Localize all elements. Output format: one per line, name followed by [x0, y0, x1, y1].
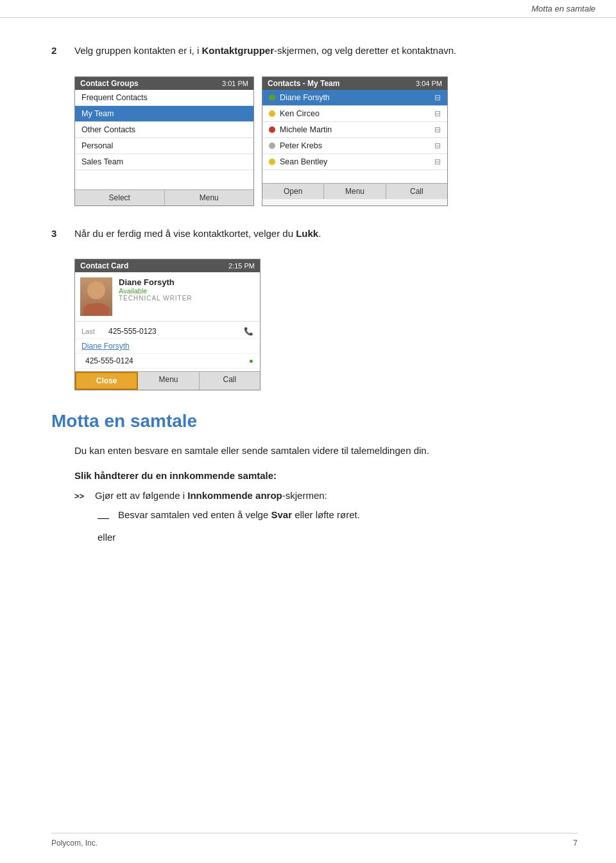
step-2-row: 2 Velg gruppen kontakten er i, i Kontakt… — [51, 44, 578, 58]
contact-icon-michele: ⊟ — [434, 125, 441, 134]
menu-button-right[interactable]: Menu — [324, 184, 386, 199]
sub-1-text: Besvar samtalen ved enten å velge Svar e… — [118, 508, 578, 523]
card-person-role: TECHNICAL WRITER — [119, 295, 193, 302]
dot-sean — [269, 159, 275, 165]
card-row-last: Last 425-555-0123 📞 — [75, 324, 260, 339]
card-screen-header: Contact Card 2:15 PM — [75, 259, 260, 272]
card-footer: Close Menu Call — [75, 371, 260, 390]
dash-1: — — [98, 508, 118, 527]
section-heading: Motta en samtale — [51, 411, 578, 432]
main-content: 2 Velg gruppen kontakten er i, i Kontakt… — [51, 18, 578, 550]
right-screen-header: Contacts - My Team 3:04 PM — [262, 77, 447, 90]
contact-icon-ken: ⊟ — [434, 109, 441, 118]
card-num-last: 425-555-0123 — [108, 327, 244, 336]
right-screen-title: Contacts - My Team — [268, 79, 339, 88]
sub-1-after: eller løfte røret. — [292, 509, 360, 520]
close-button[interactable]: Close — [75, 372, 138, 390]
avatar — [80, 277, 112, 316]
bullet-section: Slik håndterer du en innkommende samtale… — [74, 469, 578, 545]
step-3-number: 3 — [51, 227, 74, 239]
list-item-myteam[interactable]: My Team — [75, 106, 253, 122]
card-person-status: Available — [119, 287, 193, 295]
card-row-name: Diane Forsyth — [75, 339, 260, 354]
select-button[interactable]: Select — [75, 190, 165, 205]
footer-right: 7 — [573, 839, 578, 848]
bold-intro-row: Slik håndterer du en innkommende samtale… — [74, 469, 578, 484]
list-item-other: Other Contacts — [75, 122, 253, 138]
eller-text: eller — [98, 530, 116, 545]
contacts-myteam-screen: Contacts - My Team 3:04 PM Diane Forsyth… — [262, 76, 448, 206]
step-3-row: 3 Når du er ferdig med å vise kontaktkor… — [51, 227, 578, 241]
left-screen-header: Contact Groups 3:01 PM — [75, 77, 253, 90]
card-screen-title: Contact Card — [80, 261, 128, 270]
left-screen-title: Contact Groups — [80, 79, 139, 88]
dot-michele — [269, 126, 275, 133]
header-title: Motta en samtale — [531, 4, 595, 13]
step-3-text-after: . — [318, 228, 321, 239]
bullet-1-row: >> Gjør ett av følgende i Innkommende an… — [74, 489, 578, 503]
card-info: Diane Forsyth Available TECHNICAL WRITER — [119, 277, 193, 316]
contact-groups-list: Frequent Contacts My Team Other Contacts… — [75, 90, 253, 189]
card-row-num2: 425-555-0124 ● — [75, 354, 260, 369]
card-num-2: 425-555-0124 — [85, 356, 249, 365]
card-person-name: Diane Forsyth — [119, 277, 193, 287]
list-item-personal: Personal — [75, 138, 253, 154]
step-3-text: Når du er ferdig med å vise kontaktkorte… — [74, 227, 321, 241]
dot-diane — [269, 94, 275, 101]
step-2-number: 2 — [51, 44, 74, 56]
call-button-card[interactable]: Call — [200, 372, 260, 390]
step-2-text-mid: -skjermen, og velg deretter et kontaktna… — [274, 45, 456, 56]
sub-bullet-1: — Besvar samtalen ved enten å velge Svar… — [98, 508, 578, 527]
contact-peter[interactable]: Peter Krebs ⊟ — [262, 138, 447, 154]
menu-button-card[interactable]: Menu — [138, 372, 199, 390]
card-contact-name-link[interactable]: Diane Forsyth — [81, 342, 130, 351]
menu-button-left[interactable]: Menu — [165, 190, 254, 205]
para-1: Du kan enten besvare en samtale eller se… — [74, 443, 578, 458]
bullet-1-after: -skjermen: — [282, 490, 327, 501]
bold-intro: Slik håndterer du en innkommende samtale… — [74, 469, 277, 484]
list-item-sales: Sales Team — [75, 154, 253, 170]
eller-row: eller — [74, 530, 578, 545]
card-contacts: Last 425-555-0123 📞 Diane Forsyth 425-55… — [75, 322, 260, 371]
header-bar: Motta en samtale — [0, 0, 616, 18]
left-screen-time: 3:01 PM — [222, 80, 248, 87]
footer-left: Polycom, Inc. — [51, 839, 98, 848]
left-screen-footer: Select Menu — [75, 189, 253, 205]
contact-diane[interactable]: Diane Forsyth ⊟ — [262, 90, 447, 106]
sub-1-bold: Svar — [271, 509, 292, 520]
step-3-text-before: Når du er ferdig med å vise kontaktkorte… — [74, 228, 296, 239]
list-item-frequent: Frequent Contacts — [75, 90, 253, 106]
bullet-arrow-1: >> — [74, 489, 95, 503]
phone-icon-last: 📞 — [244, 327, 253, 336]
card-screen-time: 2:15 PM — [228, 262, 255, 270]
contact-ken[interactable]: Ken Circeo ⊟ — [262, 106, 447, 122]
open-button[interactable]: Open — [262, 184, 324, 199]
dot-peter — [269, 143, 275, 149]
card-body: Diane Forsyth Available TECHNICAL WRITER — [75, 272, 260, 322]
page-footer: Polycom, Inc. 7 — [51, 833, 578, 848]
bullet-1-text: Gjør ett av følgende i Innkommende anrop… — [95, 489, 578, 503]
bullet-1-before: Gjør ett av følgende i — [95, 490, 187, 501]
contacts-list: Diane Forsyth ⊟ Ken Circeo ⊟ Michele Mar… — [262, 90, 447, 183]
card-label-last: Last — [81, 327, 105, 335]
contact-icon-sean: ⊟ — [434, 157, 441, 166]
phone-icon-2: ● — [249, 356, 253, 365]
call-button-right[interactable]: Call — [386, 184, 447, 199]
step-2-text-before: Velg gruppen kontakten er i, i — [74, 45, 201, 56]
contact-sean[interactable]: Sean Bentley ⊟ — [262, 154, 447, 170]
contact-icon-peter: ⊟ — [434, 141, 441, 150]
right-screen-time: 3:04 PM — [416, 80, 442, 87]
phone-screenshots-row: Contact Groups 3:01 PM Frequent Contacts… — [74, 76, 578, 206]
step-2-bold: Kontaktgrupper — [201, 45, 274, 56]
sub-1-before: Besvar samtalen ved enten å velge — [118, 509, 271, 520]
right-screen-footer: Open Menu Call — [262, 183, 447, 199]
contact-card-screen: Contact Card 2:15 PM Diane Forsyth Avail… — [74, 259, 261, 390]
dot-ken — [269, 110, 275, 117]
contact-michele[interactable]: Michele Martin ⊟ — [262, 122, 447, 138]
contact-icon-diane: ⊟ — [434, 93, 441, 102]
contact-groups-screen: Contact Groups 3:01 PM Frequent Contacts… — [74, 76, 254, 206]
bullet-1-bold: Innkommende anrop — [187, 490, 282, 501]
step-2-text: Velg gruppen kontakten er i, i Kontaktgr… — [74, 44, 456, 58]
step-3-bold: Lukk — [296, 228, 318, 239]
